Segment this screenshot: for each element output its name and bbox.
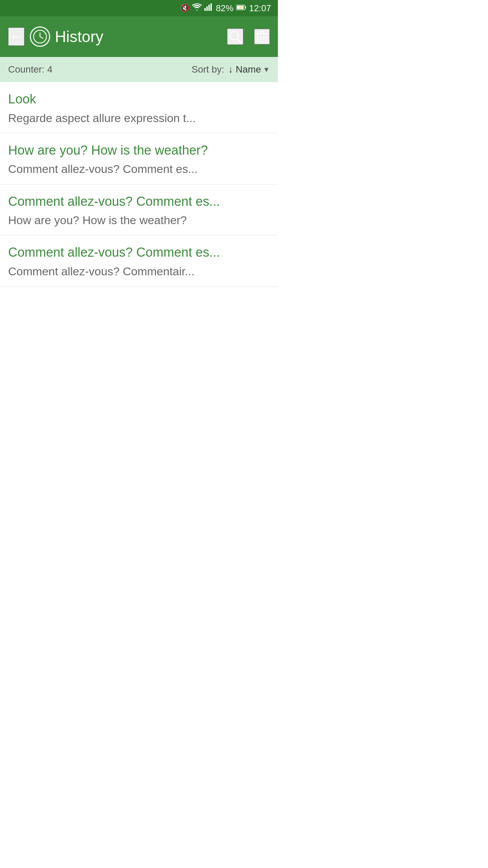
status-icons: 🔇 82% ⚡ 12:0 [180,3,271,14]
svg-text:⚡: ⚡ [238,6,242,10]
svg-rect-1 [206,6,208,11]
svg-rect-5 [245,6,246,8]
search-button[interactable] [227,28,243,45]
item-primary-text: How are you? How is the weather? [8,143,270,158]
svg-line-10 [40,37,43,38]
app-bar-actions [227,28,270,45]
item-secondary-text: Comment allez-vous? Commentair... [8,264,270,279]
sort-dropdown[interactable]: ↓ Name ▼ [228,64,270,75]
counter-label: Counter: 4 [8,64,53,75]
list-item[interactable]: Comment allez-vous? Comment es... Commen… [0,235,278,287]
svg-rect-15 [260,32,264,34]
battery-percentage: 82% [216,3,233,14]
item-primary-text: Comment allez-vous? Comment es... [8,245,270,260]
sort-label: Sort by: [191,64,224,75]
wifi-icon [192,3,202,13]
status-bar: 🔇 82% ⚡ 12:0 [0,0,278,16]
signal-icon [204,3,213,13]
sort-value-text: ↓ Name [228,64,261,75]
list-item[interactable]: How are you? How is the weather? Comment… [0,133,278,184]
time-display: 12:07 [249,3,271,14]
list-item[interactable]: Comment allez-vous? Comment es... How ar… [0,184,278,236]
clock-icon [30,26,50,47]
app-bar-left: ← History [8,26,220,47]
item-secondary-text: Regarde aspect allure expression t... [8,111,270,125]
battery-icon: ⚡ [236,4,246,13]
svg-rect-3 [210,3,212,11]
back-button[interactable]: ← [8,27,24,46]
svg-rect-2 [208,5,210,11]
item-primary-text: Look [8,92,270,107]
title-section: History [30,26,103,47]
item-secondary-text: Comment allez-vous? Comment es... [8,161,270,176]
history-list: Look Regarde aspect allure expression t.… [0,82,278,287]
list-item[interactable]: Look Regarde aspect allure expression t.… [0,82,278,133]
svg-line-12 [237,39,241,43]
app-bar: ← History [0,16,278,57]
delete-button[interactable] [254,29,270,44]
svg-rect-0 [204,8,206,11]
filter-bar: Counter: 4 Sort by: ↓ Name ▼ [0,57,278,82]
mute-icon: 🔇 [180,4,189,13]
item-primary-text: Comment allez-vous? Comment es... [8,194,270,210]
sort-section: Sort by: ↓ Name ▼ [191,64,270,75]
chevron-down-icon: ▼ [263,66,270,74]
page-title: History [55,27,103,46]
item-secondary-text: How are you? How is the weather? [8,213,270,228]
